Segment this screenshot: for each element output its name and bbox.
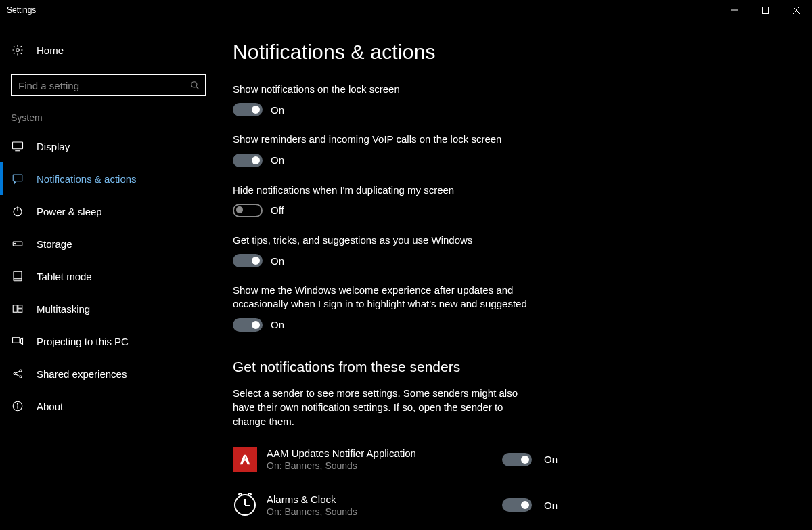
page-title: Notifications & actions xyxy=(233,41,798,64)
sidebar-item-label: Notifications & actions xyxy=(37,173,137,185)
svg-line-23 xyxy=(16,371,20,373)
tablet-icon xyxy=(11,270,24,282)
setting-item: Hide notifications when I'm duplicating … xyxy=(233,183,544,217)
svg-line-24 xyxy=(16,374,20,376)
sender-name: AAM Updates Notifier Application xyxy=(267,447,502,459)
svg-point-4 xyxy=(16,49,20,52)
project-icon xyxy=(11,335,24,347)
svg-rect-17 xyxy=(18,305,22,309)
setting-item: Show me the Windows welcome experience a… xyxy=(233,284,544,332)
setting-text: Show reminders and incoming VoIP calls o… xyxy=(233,133,544,146)
sender-row[interactable]: AAM Updates Notifier Application On: Ban… xyxy=(233,447,558,472)
svg-point-5 xyxy=(191,82,197,87)
svg-rect-1 xyxy=(763,7,769,14)
toggle-switch[interactable] xyxy=(233,254,263,267)
svg-rect-7 xyxy=(13,142,23,149)
svg-point-13 xyxy=(15,243,16,244)
svg-rect-18 xyxy=(18,309,22,313)
sender-toggle[interactable] xyxy=(502,498,532,512)
svg-point-22 xyxy=(20,376,22,378)
sidebar-item-project[interactable]: Projecting to this PC xyxy=(0,325,217,357)
sender-toggle[interactable] xyxy=(502,453,532,466)
sidebar-item-label: Projecting to this PC xyxy=(37,336,129,347)
setting-text: Hide notifications when I'm duplicating … xyxy=(233,183,544,197)
home-label: Home xyxy=(37,45,64,56)
sender-subtext: On: Banners, Sounds xyxy=(267,506,502,517)
sidebar-item-shared[interactable]: Shared experiences xyxy=(0,357,217,390)
display-icon xyxy=(11,140,24,152)
close-button[interactable] xyxy=(781,0,812,20)
window-title: Settings xyxy=(7,5,36,15)
sidebar-item-about[interactable]: About xyxy=(0,390,217,422)
maximize-button[interactable] xyxy=(750,0,781,20)
toggle-state-label: On xyxy=(271,154,284,166)
sidebar-item-storage[interactable]: Storage xyxy=(0,227,217,260)
sender-subtext: On: Banners, Sounds xyxy=(267,460,502,471)
titlebar: Settings xyxy=(0,0,812,20)
sidebar-item-label: Shared experiences xyxy=(37,368,127,380)
sidebar-item-multitasking[interactable]: Multitasking xyxy=(0,292,217,325)
search-box[interactable] xyxy=(11,74,206,96)
svg-point-27 xyxy=(17,403,18,404)
toggle-state-label: On xyxy=(271,104,284,116)
setting-item: Show notifications on the lock screenOn xyxy=(233,83,544,116)
sidebar-item-label: Multitasking xyxy=(37,303,90,315)
sidebar-item-label: Power & sleep xyxy=(37,206,102,217)
sender-toggle-label: On xyxy=(544,500,558,511)
sidebar-item-display[interactable]: Display xyxy=(0,130,217,162)
svg-point-21 xyxy=(20,370,22,372)
svg-point-20 xyxy=(14,373,16,375)
senders-title: Get notifications from these senders xyxy=(233,359,798,375)
toggle-state-label: On xyxy=(271,255,284,267)
sidebar-item-tablet[interactable]: Tablet mode xyxy=(0,260,217,292)
clock-icon xyxy=(234,494,256,516)
sender-name: Alarms & Clock xyxy=(267,493,502,505)
sidebar-item-label: Display xyxy=(37,141,70,152)
adobe-icon xyxy=(233,447,257,472)
setting-item: Show reminders and incoming VoIP calls o… xyxy=(233,133,544,167)
multitasking-icon xyxy=(11,303,24,315)
sender-row[interactable]: Alarms & Clock On: Banners, Sounds On xyxy=(233,493,558,517)
about-icon xyxy=(11,400,24,412)
svg-rect-16 xyxy=(13,305,17,313)
toggle-state-label: On xyxy=(271,319,284,330)
storage-icon xyxy=(11,238,24,250)
svg-line-6 xyxy=(196,87,199,89)
toggle-switch[interactable] xyxy=(233,103,263,116)
setting-text: Show me the Windows welcome experience a… xyxy=(233,284,544,311)
setting-text: Show notifications on the lock screen xyxy=(233,83,544,96)
svg-rect-14 xyxy=(14,271,22,281)
sidebar-section-label: System xyxy=(0,112,217,130)
sidebar-item-label: Storage xyxy=(37,238,72,250)
notifications-icon xyxy=(11,173,24,185)
search-input[interactable] xyxy=(12,75,205,95)
senders-description: Select a sender to see more settings. So… xyxy=(233,386,537,428)
main-content: Notifications & actions Show notificatio… xyxy=(217,20,812,530)
sidebar-item-notifications[interactable]: Notifications & actions xyxy=(0,162,217,195)
search-icon xyxy=(190,81,200,90)
shared-icon xyxy=(11,368,24,380)
gear-icon xyxy=(11,44,24,56)
svg-rect-19 xyxy=(13,338,20,343)
toggle-switch[interactable] xyxy=(233,318,263,332)
minimize-button[interactable] xyxy=(719,0,750,20)
power-icon xyxy=(11,205,24,217)
svg-rect-9 xyxy=(13,175,22,181)
sidebar: Home System DisplayNotifications & actio… xyxy=(0,20,217,530)
sidebar-item-power[interactable]: Power & sleep xyxy=(0,195,217,227)
home-button[interactable]: Home xyxy=(0,35,217,65)
sender-toggle-label: On xyxy=(544,454,558,465)
setting-text: Get tips, tricks, and suggestions as you… xyxy=(233,234,544,247)
toggle-switch[interactable] xyxy=(233,154,263,167)
sidebar-item-label: About xyxy=(37,401,63,412)
setting-item: Get tips, tricks, and suggestions as you… xyxy=(233,234,544,267)
toggle-switch[interactable] xyxy=(233,204,263,217)
sidebar-item-label: Tablet mode xyxy=(37,271,92,282)
toggle-state-label: Off xyxy=(271,204,284,216)
